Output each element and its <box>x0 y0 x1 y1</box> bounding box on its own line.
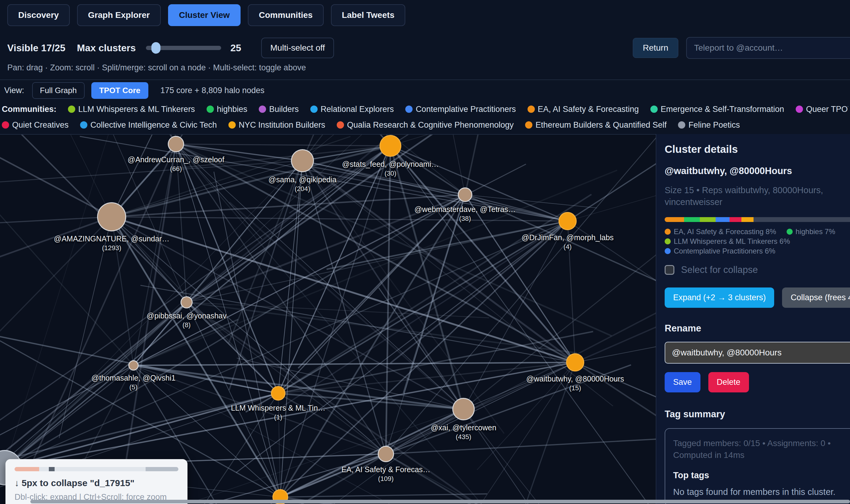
save-button[interactable]: Save <box>665 372 701 392</box>
community-color-dot <box>2 121 9 129</box>
community-name: Contemplative Practitioners <box>415 105 516 114</box>
graph-node[interactable] <box>168 136 184 152</box>
toolbar-right: Return Set <box>633 35 850 61</box>
view-full-graph-button[interactable]: Full Graph <box>32 82 85 99</box>
community-color-dot <box>228 121 236 129</box>
node-label-text: @stats_feed, @polynoami… <box>312 159 469 169</box>
teleport-input[interactable] <box>686 37 850 59</box>
graph-node-label: @waitbutwhy, @80000Hours(15) <box>496 374 654 392</box>
node-label-count: (5) <box>55 383 212 392</box>
node-label-text: @AMAZINGNATURE, @sundar… <box>33 234 191 244</box>
rename-heading: Rename <box>665 323 850 334</box>
graph-node[interactable] <box>452 398 475 420</box>
community-legend-item: Relational Explorers <box>310 105 394 114</box>
delete-button[interactable]: Delete <box>708 372 749 392</box>
composition-segment <box>715 217 730 222</box>
composition-legend-label: Contemplative Practitioners 6% <box>674 247 775 255</box>
node-label-count: (435) <box>385 433 543 442</box>
graph-node[interactable] <box>378 446 394 462</box>
cluster-name: @waitbutwhy, @80000Hours <box>665 166 850 177</box>
community-name: Collective Intelligence & Civic Tech <box>90 120 217 130</box>
legend-row: Communities: LLM Whisperers & ML Tinkere… <box>2 101 848 117</box>
composition-legend-label: highbies 7% <box>796 228 835 236</box>
graph-node[interactable] <box>271 386 285 401</box>
tab-communities[interactable]: Communities <box>248 4 323 26</box>
community-name: Relational Explorers <box>321 105 394 114</box>
community-color-dot <box>786 229 793 235</box>
graph-node[interactable] <box>128 360 139 371</box>
tab-cluster-view[interactable]: Cluster View <box>168 4 241 26</box>
composition-legend-row: LLM Whisperers & ML Tinkerers 6% <box>665 237 850 246</box>
community-legend-item: highbies <box>207 105 248 114</box>
rename-input[interactable] <box>665 342 850 364</box>
community-legend-item: Feline Poetics <box>678 120 740 130</box>
max-clusters-value: 25 <box>230 42 241 54</box>
graph-node-label: @DrJimFan, @morph_labs(4) <box>489 233 647 251</box>
graph-node-label: EA, AI Safety & Forecas…(109) <box>307 465 465 483</box>
composition-segment <box>741 217 754 222</box>
community-legend-item: Emergence & Self-Transformation <box>650 105 784 114</box>
return-button[interactable]: Return <box>633 38 678 58</box>
community-color-dot <box>528 106 535 113</box>
node-label-count: (38) <box>386 214 544 223</box>
cluster-actions: Expand (+2 → 3 clusters) Collapse (frees… <box>665 287 850 308</box>
community-name: NYC Institution Builders <box>239 120 325 130</box>
graph-node[interactable] <box>180 296 193 308</box>
expand-button[interactable]: Expand (+2 → 3 clusters) <box>665 287 774 308</box>
community-legend-item: Ethereum Builders & Quantified Self <box>525 120 667 130</box>
community-legend-item: Collective Intelligence & Civic Tech <box>80 120 217 130</box>
view-tpot-core-button[interactable]: TPOT Core <box>91 82 148 99</box>
graph-node[interactable] <box>458 187 472 202</box>
select-for-collapse-checkbox[interactable] <box>665 265 674 275</box>
graph-node-label: @AMAZINGNATURE, @sundar…(1293) <box>33 234 191 252</box>
tooltip-bar-segment <box>15 467 39 471</box>
interaction-hints: Pan: drag · Zoom: scroll · Split/merge: … <box>0 63 850 79</box>
panel-title: Cluster details <box>665 143 850 155</box>
community-color-dot <box>337 121 344 129</box>
node-label-text: @waitbutwhy, @80000Hours <box>496 374 654 384</box>
tag-summary-card: Tagged members: 0/15 • Assignments: 0 • … <box>665 428 850 504</box>
tooltip-bar-segment <box>49 467 55 471</box>
community-legend-item: Queer TPOT & Identity Experimentalists <box>796 105 848 114</box>
tab-discovery[interactable]: Discovery <box>7 4 70 26</box>
graph-node[interactable] <box>559 212 577 230</box>
community-name: Feline Poetics <box>688 120 740 130</box>
node-label-count: (30) <box>312 169 469 178</box>
composition-segment <box>700 217 715 222</box>
graph-node-label: LLM Whisperers & ML Tin…(1) <box>199 403 357 421</box>
top-nav: DiscoveryGraph ExplorerCluster ViewCommu… <box>0 0 850 30</box>
community-color-dot <box>665 248 671 254</box>
community-color-dot <box>665 229 671 235</box>
tab-graph-explorer[interactable]: Graph Explorer <box>77 4 161 26</box>
community-legend-item: Qualia Research & Cognitive Phenomenolog… <box>337 120 514 130</box>
horizontal-scrollbar[interactable] <box>30 500 850 503</box>
community-color-dot <box>405 106 412 113</box>
view-buttons: Full GraphTPOT Core <box>32 82 148 99</box>
graph-node[interactable] <box>97 202 126 231</box>
tab-label-tweets[interactable]: Label Tweets <box>331 4 406 26</box>
max-clusters-slider[interactable] <box>146 46 221 50</box>
slider-thumb[interactable] <box>152 42 160 54</box>
no-tags-text: No tags found for members in this cluste… <box>673 487 850 497</box>
node-label-count: (1293) <box>33 244 191 253</box>
node-label-count: (66) <box>97 165 255 174</box>
community-name: Emergence & Self-Transformation <box>661 105 784 114</box>
multi-select-toggle[interactable]: Multi-select off <box>261 38 334 58</box>
collapse-button[interactable]: Collapse (frees 4) <box>782 287 850 308</box>
node-label-text: @webmasterdave, @Tetras… <box>386 204 544 214</box>
legend-row: Quiet CreativesCollective Intelligence &… <box>2 117 848 133</box>
community-name: Ethereum Builders & Quantified Self <box>535 120 667 130</box>
composition-legend-item: Contemplative Practitioners 6% <box>665 247 775 255</box>
community-name: Qualia Research & Cognitive Phenomenolog… <box>347 120 514 130</box>
graph-node[interactable] <box>291 149 314 172</box>
tooltip-bar-segment <box>55 467 146 471</box>
community-color-dot <box>650 106 658 113</box>
graph-node[interactable] <box>379 135 401 157</box>
community-legend-item: Quiet Creatives <box>2 120 69 130</box>
node-label-count: (204) <box>224 185 381 194</box>
community-composition-bar <box>665 217 850 222</box>
collapse-tooltip-title: ↓ 5px to collapse "d_17915" <box>15 478 178 488</box>
composition-legend-label: LLM Whisperers & ML Tinkerers 6% <box>674 237 790 246</box>
community-legend-item: LLM Whisperers & ML Tinkerers <box>68 105 195 114</box>
graph-node[interactable] <box>566 353 584 372</box>
